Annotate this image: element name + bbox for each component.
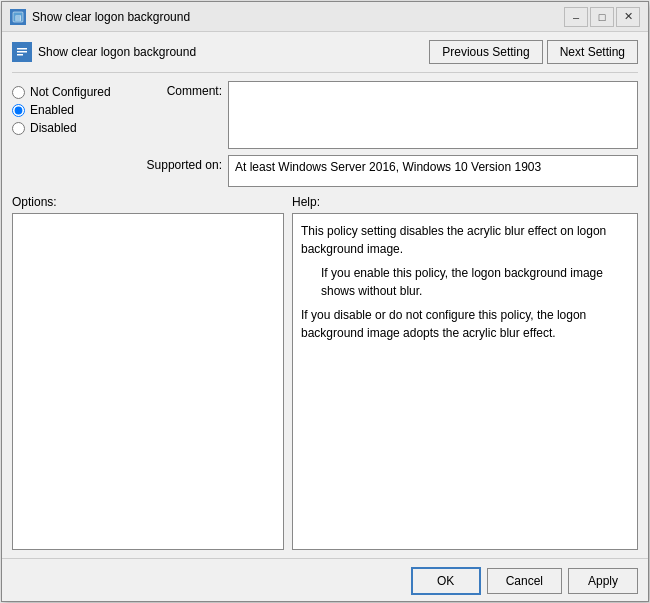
cancel-button[interactable]: Cancel — [487, 568, 562, 594]
supported-label: Supported on: — [137, 155, 222, 172]
header-title-row: Show clear logon background — [12, 42, 196, 62]
nav-buttons: Previous Setting Next Setting — [429, 40, 638, 64]
panels-row: This policy setting disables the acrylic… — [12, 213, 638, 550]
comment-textarea[interactable] — [228, 81, 638, 149]
window-icon: ▤ — [10, 9, 26, 25]
minimize-button[interactable]: – — [564, 7, 588, 27]
svg-rect-4 — [17, 51, 27, 53]
help-text-3: If you disable or do not configure this … — [301, 306, 629, 342]
ok-button[interactable]: OK — [411, 567, 481, 595]
supported-value-box: At least Windows Server 2016, Windows 10… — [228, 155, 638, 187]
comment-row: Comment: — [137, 81, 638, 149]
svg-rect-5 — [17, 54, 23, 56]
main-panels: Options: Help: This policy setting disab… — [12, 195, 638, 550]
prev-setting-button[interactable]: Previous Setting — [429, 40, 542, 64]
maximize-button[interactable]: □ — [590, 7, 614, 27]
help-text-1: This policy setting disables the acrylic… — [301, 222, 629, 258]
next-setting-button[interactable]: Next Setting — [547, 40, 638, 64]
policy-icon — [12, 42, 32, 62]
footer: OK Cancel Apply — [2, 558, 648, 601]
not-configured-option[interactable]: Not Configured — [12, 85, 127, 99]
disabled-radio[interactable] — [12, 122, 25, 135]
not-configured-label: Not Configured — [30, 85, 111, 99]
radio-group: Not Configured Enabled Disabled — [12, 81, 127, 187]
enabled-radio[interactable] — [12, 104, 25, 117]
close-button[interactable]: ✕ — [616, 7, 640, 27]
supported-row: Supported on: At least Windows Server 20… — [137, 155, 638, 187]
enabled-label: Enabled — [30, 103, 74, 117]
comment-label: Comment: — [137, 81, 222, 98]
apply-button[interactable]: Apply — [568, 568, 638, 594]
window-title: Show clear logon background — [32, 10, 564, 24]
header-section: Show clear logon background Previous Set… — [12, 40, 638, 73]
right-form: Comment: Supported on: At least Windows … — [137, 81, 638, 187]
help-text-2: If you enable this policy, the logon bac… — [301, 264, 629, 300]
options-panel-label: Options: — [12, 195, 292, 209]
content-area: Show clear logon background Previous Set… — [2, 32, 648, 558]
main-window: ▤ Show clear logon background – □ ✕ — [1, 1, 649, 602]
disabled-option[interactable]: Disabled — [12, 121, 127, 135]
help-panel-label: Help: — [292, 195, 638, 209]
window-controls: – □ ✕ — [564, 7, 640, 27]
enabled-option[interactable]: Enabled — [12, 103, 127, 117]
title-bar: ▤ Show clear logon background – □ ✕ — [2, 2, 648, 32]
svg-text:▤: ▤ — [15, 14, 22, 21]
supported-value-text: At least Windows Server 2016, Windows 10… — [235, 160, 541, 174]
not-configured-radio[interactable] — [12, 86, 25, 99]
form-section: Not Configured Enabled Disabled Comment: — [12, 81, 638, 187]
disabled-label: Disabled — [30, 121, 77, 135]
svg-rect-3 — [17, 48, 27, 50]
policy-title: Show clear logon background — [38, 45, 196, 59]
panel-labels: Options: Help: — [12, 195, 638, 209]
help-panel: This policy setting disables the acrylic… — [292, 213, 638, 550]
options-panel — [12, 213, 284, 550]
